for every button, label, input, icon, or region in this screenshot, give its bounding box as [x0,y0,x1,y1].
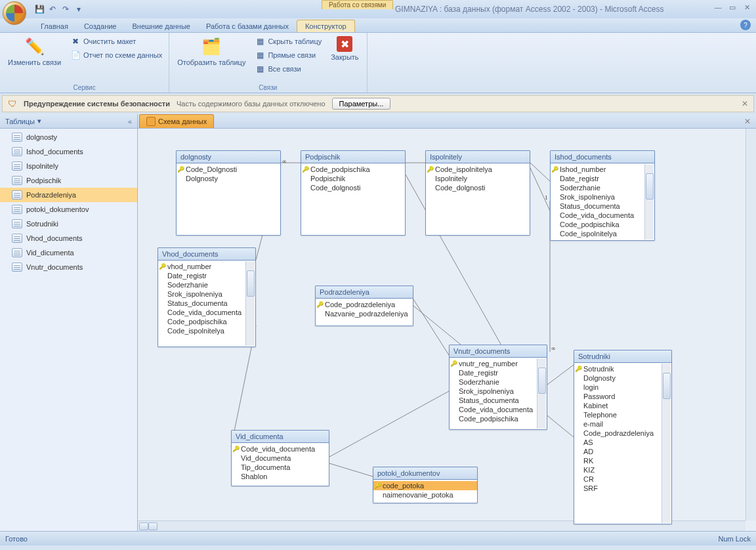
tab-external[interactable]: Внешние данные [125,20,198,32]
field-Ispolnitely[interactable]: Ispolnitely [426,174,530,183]
table-ishod[interactable]: Ishod_documentsIshod_numberDate_registrS… [550,150,655,241]
nav-item-vid_dicumenta[interactable]: Vid_dicumenta [0,245,137,260]
minimize-button[interactable]: — [713,3,723,12]
nav-item-podrazdeleniya[interactable]: Podrazdeleniya [0,188,137,202]
field-Dolgnosty[interactable]: Dolgnosty [574,373,671,383]
nav-item-potoki_dokumentov[interactable]: potoki_dokumentov [0,202,137,217]
field-AD[interactable]: AD [574,447,671,456]
all-relations-button[interactable]: ▦Все связи [252,62,324,75]
field-Code_vida_documenta[interactable]: Code_vida_documenta [450,405,547,414]
field-login[interactable]: login [574,383,671,392]
direct-relations-button[interactable]: ▦Прямые связи [252,49,324,62]
field-Code_ispolnitelya[interactable]: Code_ispolnitelya [551,229,654,238]
table-title[interactable]: Podrazdeleniya [316,286,413,299]
close-design-button[interactable]: ✖ Закрыть [327,35,362,62]
field-Podpischik[interactable]: Podpischik [301,174,405,183]
field-Code_dolgnosti[interactable]: Code_dolgnosti [426,183,530,192]
field-Code_podpischika[interactable]: Code_podpischika [551,220,654,229]
field-Date_registr[interactable]: Date_registr [450,368,547,377]
vertical-scrollbar[interactable] [746,129,756,520]
field-Date_registr[interactable]: Date_registr [551,174,654,183]
show-table-button[interactable]: 🗂️ Отобразить таблицу [173,35,249,68]
table-podrazd[interactable]: PodrazdeleniyaCode_podrazdeleniyaNazvani… [315,286,413,326]
close-button[interactable]: ✕ [742,3,752,12]
field-naimenovanie_potoka[interactable]: naimenovanie_potoka [373,490,477,499]
field-Code_vida_documenta[interactable]: Code_vida_documenta [232,444,329,454]
field-Ishod_number[interactable]: Ishod_number [551,165,654,174]
field-CR[interactable]: CR [574,475,671,484]
field-Password[interactable]: Password [574,392,671,401]
field-KIZ[interactable]: KIZ [574,465,671,475]
field-SRF[interactable]: SRF [574,484,671,493]
field-Code_podrazdeleniya[interactable]: Code_podrazdeleniya [574,429,671,438]
field-Code_Dolgnosti[interactable]: Code_Dolgnosti [177,165,280,174]
field-Tip_documenta[interactable]: Tip_documenta [232,463,329,472]
field-Vid_documenta[interactable]: Vid_documenta [232,454,329,463]
table-dolgnosty[interactable]: dolgnostyCode_DolgnostiDolgnosty [176,150,281,236]
tab-design[interactable]: Конструктор [297,20,355,32]
field-Code_podpischika[interactable]: Code_podpischika [450,414,547,423]
table-title[interactable]: Ishod_documents [551,151,654,163]
table-title[interactable]: Vid_dicumenta [232,431,329,443]
nav-item-ispolnitely[interactable]: Ispolnitely [0,159,137,173]
tab-create[interactable]: Создание [76,20,125,32]
chevron-down-icon[interactable]: ▾ [37,117,41,125]
field-Code_dolgnosti[interactable]: Code_dolgnosti [301,183,405,192]
hide-table-button[interactable]: ▦Скрыть таблицу [252,35,324,48]
relationship-report-button[interactable]: 📄Отчет по схеме данных [68,49,165,62]
field-Code_ispolnitelya[interactable]: Code_ispolnitelya [426,165,530,174]
table-scrollbar[interactable] [644,164,654,240]
field-Dolgnosty[interactable]: Dolgnosty [177,174,280,183]
table-scrollbar[interactable] [245,261,255,346]
security-close-icon[interactable]: ✕ [742,99,748,108]
field-Soderzhanie[interactable]: Soderzhanie [551,183,654,192]
field-RK[interactable]: RK [574,456,671,465]
field-Code_ispolnitelya[interactable]: Code_ispolnitelya [158,326,255,335]
clear-layout-button[interactable]: ✖Очистить макет [68,35,165,48]
field-Status_documenta[interactable]: Status_documenta [551,201,654,211]
table-title[interactable]: dolgnosty [177,151,280,163]
table-scrollbar[interactable] [537,358,546,429]
nav-item-vnutr_documents[interactable]: Vnutr_documents [0,260,137,274]
table-vid[interactable]: Vid_dicumentaCode_vida_documentaVid_docu… [231,430,329,486]
nav-item-vhod_documents[interactable]: Vhod_documents [0,231,137,245]
table-scrollbar[interactable] [662,364,671,523]
field-Kabinet[interactable]: Kabinet [574,401,671,410]
help-icon[interactable]: ? [740,20,751,30]
field-Sotrudnik[interactable]: Sotrudnik [574,364,671,373]
security-options-button[interactable]: Параметры... [332,98,391,110]
nav-header[interactable]: Таблицы ▾ « [0,114,137,129]
qat-dropdown-icon[interactable]: ▾ [74,4,84,14]
table-title[interactable]: Podpischik [301,151,405,163]
table-podpischik[interactable]: PodpischikCode_podpischikaPodpischikCode… [301,150,406,236]
table-title[interactable]: Vnutr_documents [450,345,547,358]
nav-item-sotrudniki[interactable]: Sotrudniki [0,217,137,231]
office-button[interactable] [3,1,26,25]
table-ispolnitely[interactable]: IspolnitelyCode_ispolnitelyaIspolnitelyC… [425,150,530,236]
table-vhod[interactable]: Vhod_documentsvhod_numberDate_registrSod… [158,247,256,347]
field-Srok_ispolneniya[interactable]: Srok_ispolneniya [450,387,547,396]
field-Soderzhanie[interactable]: Soderzhanie [450,377,547,387]
field-e-mail[interactable]: e-mail [574,419,671,429]
table-title[interactable]: Vhod_documents [158,248,255,261]
field-Code_podpischika[interactable]: Code_podpischika [158,317,255,326]
field-Srok_ispolneniya[interactable]: Srok_ispolneniya [551,192,654,201]
table-title[interactable]: potoki_dokumentov [373,467,477,480]
document-close-icon[interactable]: ✕ [739,117,756,126]
field-Shablon[interactable]: Shablon [232,472,329,481]
nav-item-dolgnosty[interactable]: dolgnosty [0,130,137,144]
field-Code_podrazdeleniya[interactable]: Code_podrazdeleniya [316,300,413,309]
nav-item-ishod_documents[interactable]: Ishod_documents [0,144,137,159]
undo-icon[interactable]: ↶ [47,4,58,14]
field-Nazvanie_podrazdeleniya[interactable]: Nazvanie_podrazdeleniya [316,309,413,318]
table-title[interactable]: Sotrudniki [574,350,671,363]
tab-dbtools[interactable]: Работа с базами данных [198,20,297,32]
nav-collapse-icon[interactable]: « [128,117,132,125]
tab-home[interactable]: Главная [33,20,76,32]
field-Code_vida_documenta[interactable]: Code_vida_documenta [158,308,255,317]
field-Soderzhanie[interactable]: Soderzhanie [158,280,255,289]
field-code_potoka[interactable]: code_potoka [373,481,477,490]
edit-relationships-button[interactable]: ✏️ Изменить связи [4,35,65,68]
redo-icon[interactable]: ↷ [60,4,71,14]
field-vnutr_reg_number[interactable]: vnutr_reg_number [450,359,547,368]
